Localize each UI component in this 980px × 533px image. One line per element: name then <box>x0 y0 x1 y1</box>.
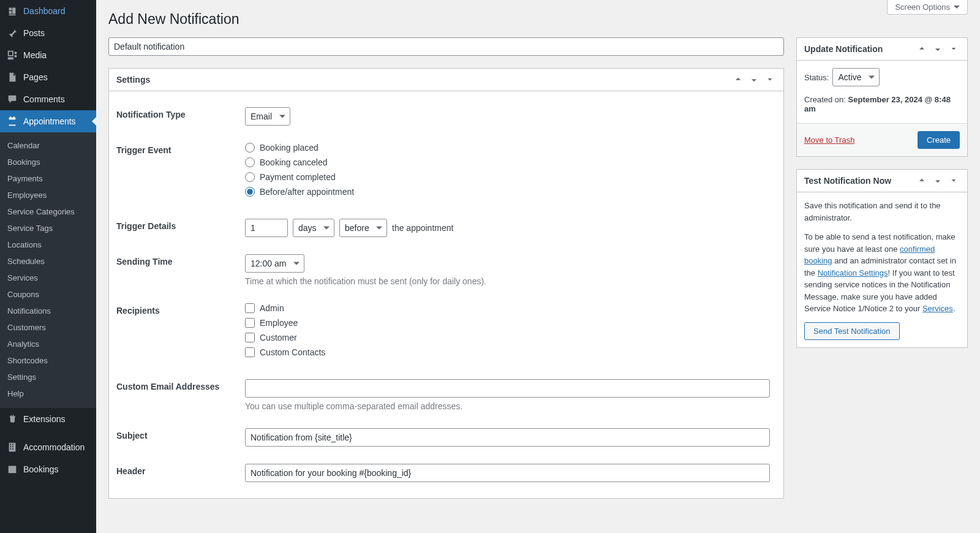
custom-emails-input[interactable] <box>245 379 770 398</box>
move-to-trash-link[interactable]: Move to Trash <box>804 135 854 145</box>
recipient-checkbox[interactable] <box>245 333 255 342</box>
checkbox-label: Custom Contacts <box>260 347 325 357</box>
help-text: Save this notification and send it to th… <box>804 200 960 224</box>
sidebar-item-comments[interactable]: Comments <box>0 88 96 110</box>
move-up-icon[interactable] <box>916 175 928 187</box>
move-down-icon[interactable] <box>748 74 760 86</box>
move-up-icon[interactable] <box>916 43 928 55</box>
status-select[interactable]: Active <box>832 68 880 86</box>
recipient-option[interactable]: Employee <box>245 318 770 328</box>
sidebar-item-accommodation[interactable]: Accommodation <box>0 436 96 458</box>
panel-title: Settings <box>116 69 150 91</box>
move-down-icon[interactable] <box>932 175 944 187</box>
trigger-option[interactable]: Payment completed <box>245 172 770 182</box>
sidebar-subitem-service-tags[interactable]: Service Tags <box>0 220 96 236</box>
field-label: Trigger Event <box>116 134 239 210</box>
field-label: Notification Type <box>116 99 239 134</box>
sidebar-subitem-notifications[interactable]: Notifications <box>0 303 96 319</box>
radio-label: Payment completed <box>260 172 336 182</box>
trigger-number-input[interactable] <box>245 219 288 237</box>
subject-input[interactable] <box>245 428 770 447</box>
notification-type-select[interactable]: Email <box>245 107 290 126</box>
checkbox-label: Customer <box>260 333 297 342</box>
sidebar-item-label: Pages <box>23 72 48 82</box>
send-test-button[interactable]: Send Test Notification <box>804 322 900 340</box>
trigger-option[interactable]: Booking placed <box>245 143 770 153</box>
toggle-icon[interactable] <box>948 175 960 187</box>
page-title: Add New Notification <box>108 11 968 28</box>
sidebar-item-dashboard[interactable]: Dashboard <box>0 0 96 22</box>
trigger-radio[interactable] <box>245 172 255 182</box>
field-label: Subject <box>116 420 239 455</box>
admin-sidebar: DashboardPostsMediaPagesCommentsAppointm… <box>0 0 96 533</box>
checkbox-label: Employee <box>260 318 298 328</box>
sidebar-subitem-service-categories[interactable]: Service Categories <box>0 203 96 220</box>
recipient-checkbox[interactable] <box>245 303 255 313</box>
trigger-option[interactable]: Booking canceled <box>245 157 770 167</box>
sidebar-item-label: Dashboard <box>23 6 66 16</box>
recipient-checkbox[interactable] <box>245 347 255 357</box>
sidebar-item-appointments[interactable]: Appointments <box>0 110 96 132</box>
notification-settings-link[interactable]: Notification Settings <box>818 268 888 278</box>
move-down-icon[interactable] <box>932 43 944 55</box>
radio-label: Before/after appointment <box>260 187 354 197</box>
pin-icon <box>6 27 18 39</box>
building-icon <box>6 441 18 453</box>
trigger-when-select[interactable]: before <box>339 219 387 237</box>
trigger-unit-select[interactable]: days <box>293 219 334 237</box>
sidebar-subitem-settings[interactable]: Settings <box>0 369 96 385</box>
calgrid-icon <box>6 463 18 475</box>
comment-icon <box>6 93 18 105</box>
recipient-option[interactable]: Customer <box>245 333 770 342</box>
test-notification-panel: Test Notification Now Save this notifica… <box>796 169 968 348</box>
recipient-option[interactable]: Custom Contacts <box>245 347 770 357</box>
services-link[interactable]: Services <box>922 304 953 313</box>
field-label: Sending Time <box>116 246 239 295</box>
sidebar-subitem-analytics[interactable]: Analytics <box>0 336 96 352</box>
dashboard-icon <box>6 5 18 17</box>
sidebar-item-label: Media <box>23 50 47 60</box>
sidebar-subitem-customers[interactable]: Customers <box>0 319 96 336</box>
sidebar-subitem-calendar[interactable]: Calendar <box>0 137 96 154</box>
panel-title: Update Notification <box>804 38 883 60</box>
sidebar-subitem-payments[interactable]: Payments <box>0 170 96 187</box>
settings-panel: Settings Notification Type E <box>108 68 784 499</box>
sidebar-item-extensions[interactable]: Extensions <box>0 408 96 430</box>
sidebar-subitem-employees[interactable]: Employees <box>0 187 96 203</box>
sidebar-subitem-locations[interactable]: Locations <box>0 236 96 253</box>
move-up-icon[interactable] <box>732 74 744 86</box>
recipient-checkbox[interactable] <box>245 318 255 328</box>
sidebar-item-label: Comments <box>23 94 65 104</box>
sending-time-select[interactable]: 12:00 am <box>245 254 304 273</box>
trigger-radio[interactable] <box>245 143 255 153</box>
sidebar-subitem-services[interactable]: Services <box>0 270 96 286</box>
trigger-radio[interactable] <box>245 157 255 167</box>
sidebar-subitem-coupons[interactable]: Coupons <box>0 286 96 303</box>
sidebar-subitem-shortcodes[interactable]: Shortcodes <box>0 352 96 369</box>
sidebar-item-label: Bookings <box>23 464 59 474</box>
sidebar-item-pages[interactable]: Pages <box>0 66 96 88</box>
sidebar-item-posts[interactable]: Posts <box>0 22 96 44</box>
checkbox-label: Admin <box>260 303 284 313</box>
radio-label: Booking canceled <box>260 157 328 167</box>
toggle-icon[interactable] <box>764 74 776 86</box>
sidebar-subitem-bookings[interactable]: Bookings <box>0 154 96 170</box>
header-input[interactable] <box>245 464 770 482</box>
field-label: Trigger Details <box>116 210 239 246</box>
sidebar-item-label: Appointments <box>23 116 76 126</box>
sidebar-item-bookings[interactable]: Bookings <box>0 458 96 480</box>
toggle-icon[interactable] <box>948 43 960 55</box>
field-label: Header <box>116 455 239 491</box>
create-button[interactable]: Create <box>918 131 960 149</box>
trigger-option[interactable]: Before/after appointment <box>245 187 770 197</box>
title-input[interactable] <box>108 37 784 56</box>
sidebar-item-media[interactable]: Media <box>0 44 96 66</box>
sidebar-subitem-help[interactable]: Help <box>0 385 96 402</box>
trigger-tail-text: the appointment <box>392 223 453 233</box>
chevron-down-icon <box>954 6 960 12</box>
help-text: To be able to send a test notification, … <box>804 231 960 315</box>
recipient-option[interactable]: Admin <box>245 303 770 313</box>
sidebar-subitem-schedules[interactable]: Schedules <box>0 253 96 270</box>
screen-options-button[interactable]: Screen Options <box>887 0 968 15</box>
trigger-radio[interactable] <box>245 187 255 197</box>
